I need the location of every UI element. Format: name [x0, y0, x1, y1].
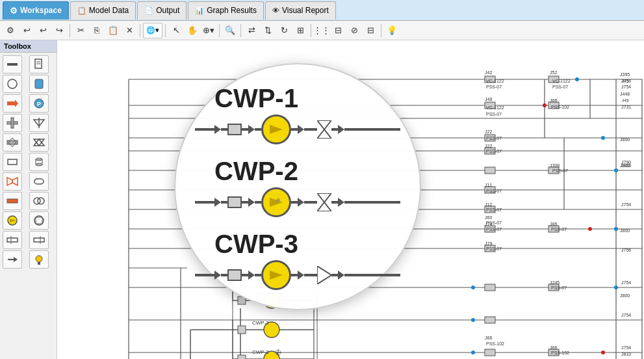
svg-marker-6 — [7, 100, 18, 107]
svg-text:CWP-3: CWP-3 — [252, 349, 269, 355]
tool-arrow2[interactable] — [3, 250, 22, 269]
svg-marker-16 — [34, 139, 44, 146]
cwp1-label: CWP-1 — [214, 84, 400, 113]
svg-text:J48: J48 — [485, 97, 492, 101]
zoom-in-button[interactable]: ⊕▾ — [201, 23, 216, 38]
svg-text:PSS-07: PSS-07 — [552, 168, 568, 173]
svg-point-80 — [601, 136, 605, 140]
graph-results-tab[interactable]: 📊 Graph Results — [188, 1, 264, 20]
svg-text:PSS-102: PSS-102 — [551, 351, 569, 355]
copy-button[interactable]: ⎘ — [89, 23, 105, 38]
tool-blank1[interactable] — [3, 231, 22, 249]
zoom-dropdown[interactable]: 🌐▾ — [143, 23, 162, 38]
svg-marker-194 — [317, 202, 331, 211]
svg-text:J74: J74 — [485, 222, 492, 226]
canvas[interactable]: J42 VC-1122 PSS-07 J48 VC-1122 PSS-07 J5… — [57, 40, 644, 359]
sep5 — [240, 24, 241, 37]
tool-check[interactable] — [3, 133, 22, 152]
grid-button[interactable]: ⋮⋮ — [314, 23, 329, 38]
undo2-button[interactable]: ↩ — [35, 23, 51, 38]
visual-report-tab[interactable]: 👁 Visual Report — [265, 1, 336, 20]
delete-button[interactable]: ✕ — [122, 23, 137, 38]
svg-text:J754: J754 — [621, 202, 631, 207]
tool-pipe[interactable] — [3, 55, 22, 73]
svg-text:J754: J754 — [621, 313, 631, 317]
find-button[interactable]: 🔍 — [222, 23, 238, 38]
svg-text:VC-1122: VC-1122 — [486, 105, 504, 110]
tool-tank[interactable] — [29, 75, 49, 93]
toolbox-title: Toolbox — [0, 40, 57, 53]
note-button[interactable]: 💡 — [384, 23, 400, 38]
svg-rect-24 — [7, 199, 18, 203]
svg-marker-188 — [270, 125, 283, 134]
output-icon: 📄 — [144, 7, 153, 15]
svg-rect-33 — [34, 238, 44, 242]
tool-tee[interactable] — [3, 114, 22, 132]
tool-doc[interactable] — [29, 55, 49, 73]
tool-lamp[interactable] — [29, 250, 49, 269]
svg-rect-10 — [11, 118, 14, 128]
svg-rect-96 — [485, 284, 495, 291]
svg-text:J754: J754 — [621, 280, 631, 285]
tool-cross[interactable] — [29, 133, 49, 152]
tool-pump3[interactable] — [29, 211, 49, 230]
tool-circle[interactable] — [3, 75, 22, 93]
svg-text:J756: J756 — [621, 248, 631, 252]
toolbox-grid: P — [0, 53, 57, 271]
svg-rect-17 — [8, 159, 17, 165]
tool-heat-exchanger[interactable] — [3, 192, 22, 210]
tool-special[interactable] — [29, 192, 49, 210]
svg-point-86 — [601, 351, 605, 354]
cut-button[interactable]: ✂ — [73, 23, 88, 38]
svg-text:J22: J22 — [485, 144, 492, 148]
model-data-tab[interactable]: 📋 Model Data — [70, 1, 136, 20]
sep7 — [381, 24, 381, 37]
graph-results-icon: 📊 — [195, 7, 204, 15]
sep3 — [165, 24, 166, 37]
svg-text:PSS-07: PSS-07 — [486, 189, 502, 193]
tool-reducer[interactable] — [3, 172, 22, 191]
paste-button[interactable]: 📋 — [105, 23, 121, 38]
layer-button[interactable]: ⊟ — [363, 23, 378, 38]
svg-marker-195 — [270, 271, 283, 280]
svg-text:-H9: -H9 — [621, 98, 628, 103]
svg-text:PSS-07: PSS-07 — [486, 112, 502, 116]
tool-blank2[interactable] — [29, 231, 49, 249]
svg-text:J756: J756 — [621, 79, 631, 83]
output-tab[interactable]: 📄 Output — [137, 1, 187, 20]
svg-point-77 — [471, 318, 475, 322]
svg-rect-31 — [7, 238, 18, 242]
flip-v-button[interactable]: ⇅ — [260, 23, 276, 38]
tool-cylinder[interactable] — [29, 153, 49, 171]
svg-text:J308: J308 — [550, 163, 560, 168]
select-button[interactable]: ↖ — [168, 23, 184, 38]
svg-marker-36 — [14, 257, 18, 262]
tool-valve[interactable] — [29, 114, 49, 132]
workspace-label: Workspace — [20, 6, 62, 15]
new-button[interactable]: ⚙ — [3, 23, 18, 38]
rotate-button[interactable]: ↻ — [276, 23, 292, 38]
svg-text:PSS-07: PSS-07 — [486, 246, 502, 251]
undo-button[interactable]: ↩ — [19, 23, 34, 38]
no-button[interactable]: ⊘ — [346, 23, 362, 38]
flip-h-button[interactable]: ⇄ — [244, 23, 259, 38]
align-button[interactable]: ⊞ — [292, 23, 308, 38]
tool-rect[interactable] — [3, 153, 22, 171]
snap-button[interactable]: ⊟ — [330, 23, 346, 38]
svg-point-4 — [8, 79, 17, 88]
svg-text:J22: J22 — [485, 129, 492, 134]
svg-point-78 — [471, 351, 475, 354]
tool-pump2[interactable] — [3, 211, 22, 230]
tool-pump[interactable]: P — [29, 94, 49, 113]
tool-arrow[interactable] — [3, 94, 22, 113]
svg-text:J810: J810 — [621, 352, 631, 356]
sep4 — [219, 24, 220, 37]
workspace-tab[interactable]: ⚙ Workspace — [3, 1, 69, 20]
svg-text:PSS-07: PSS-07 — [486, 85, 502, 89]
graph-results-label: Graph Results — [207, 6, 257, 15]
model-data-icon: 📋 — [77, 7, 86, 15]
pan-button[interactable]: ✋ — [185, 23, 200, 38]
svg-text:J754: J754 — [621, 85, 631, 89]
tool-fitting[interactable] — [29, 172, 49, 191]
redo-button[interactable]: ↪ — [51, 23, 67, 38]
